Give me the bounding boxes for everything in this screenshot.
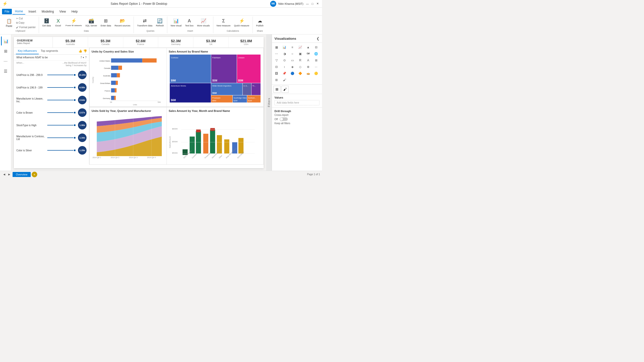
file-menu[interactable]: File	[2, 9, 12, 14]
format-painter-button[interactable]: 🖌 Format painter	[15, 25, 37, 29]
svg-text:Other: Other	[218, 154, 222, 159]
viz-kpi[interactable]: R	[297, 57, 303, 63]
add-page-button[interactable]: +	[32, 172, 37, 177]
enter-data-button[interactable]: ⊞ Enter data	[99, 17, 112, 28]
transform-data-button[interactable]: ⇄ Transform data	[136, 17, 154, 28]
svg-rect-26	[211, 55, 237, 83]
cut-button[interactable]: ✂ Cut	[15, 17, 37, 20]
viz-custom2[interactable]: ◇	[297, 64, 303, 70]
thumb-down-icon[interactable]: 👎	[83, 49, 87, 53]
sidebar-menu-icon[interactable]: ☰	[1, 67, 10, 76]
thumb-up-icon[interactable]: 👍	[78, 49, 82, 53]
viz-more[interactable]: ···	[313, 64, 319, 70]
viz-custom5[interactable]: 🔶	[297, 70, 303, 76]
viz-scatter[interactable]: ⋯	[273, 51, 279, 57]
viz-gauge[interactable]: ⊙	[281, 57, 288, 63]
report-canvas: OVERVIEW Sales Report $5.3MAustralia$5.3…	[14, 37, 264, 168]
viz-funnel[interactable]: ▽	[273, 57, 279, 63]
add-fields-input[interactable]: Add data fields here	[274, 100, 319, 105]
viz-custom6[interactable]: 🥧	[305, 70, 311, 76]
viz-table[interactable]: ⊞	[313, 57, 319, 63]
sql-server-button[interactable]: 🗃️ SQL Server	[84, 17, 98, 28]
viz-map[interactable]: 🗺	[305, 51, 311, 57]
svg-rect-29	[237, 55, 261, 83]
minimize-button[interactable]: —	[305, 2, 309, 6]
viz-slicer[interactable]: A	[305, 57, 311, 63]
prev-page-button[interactable]: ◀	[2, 172, 7, 177]
viz-area-chart[interactable]: ▲	[305, 44, 311, 50]
viz-card[interactable]: ▭	[289, 57, 295, 63]
get-data-button[interactable]: 🗄️ Get data	[41, 17, 52, 28]
key-influencers-tab[interactable]: Key influencers	[16, 48, 39, 54]
viz-filled-map[interactable]: 🌐	[313, 51, 319, 57]
filter-row: What influences NSAT to be 7 ▾ ?	[14, 55, 89, 61]
excel-button[interactable]: X Excel	[53, 17, 63, 28]
viz-line-chart[interactable]: 📈	[297, 44, 303, 50]
filters-label[interactable]: Filters	[266, 34, 272, 171]
sidebar-model-icon[interactable]: ⋯	[1, 57, 10, 66]
viz-grid-btn[interactable]: ⊞	[273, 77, 279, 83]
cross-report-toggle[interactable]	[280, 117, 288, 121]
viz-donut[interactable]: ○	[289, 51, 295, 57]
more-visuals-button[interactable]: 📈 More visuals	[196, 17, 211, 28]
next-page-button[interactable]: ▶	[7, 172, 12, 177]
new-measure-button[interactable]: Σ New measure	[215, 17, 232, 28]
power-bi-datasets-button[interactable]: ⚡ Power BI datasets	[64, 17, 83, 27]
text-box-button[interactable]: A Text box	[184, 17, 195, 28]
viz-stacked-bar[interactable]: ▦	[273, 44, 279, 50]
viz-line-bar[interactable]: 📊	[281, 44, 288, 50]
viz-treemap[interactable]: ▣	[297, 51, 303, 57]
viz-custom7[interactable]: 🟡	[313, 70, 319, 76]
svg-text:Units: Units	[133, 104, 137, 106]
window-controls[interactable]: — □ ✕	[305, 2, 319, 6]
sidebar-data-icon[interactable]: ⊞	[1, 47, 10, 56]
help-icon[interactable]: ?	[85, 56, 87, 59]
svg-rect-15	[115, 88, 116, 93]
menu-view[interactable]: View	[57, 9, 68, 14]
viz-collapse-button[interactable]: ❮	[316, 36, 319, 40]
maximize-button[interactable]: □	[310, 2, 314, 6]
page-info: Page 1 of 1	[307, 173, 320, 176]
sales-by-brand-title: Sales Amount by Brand Name	[169, 50, 261, 53]
new-measure-icon: Σ	[220, 17, 227, 24]
viz-ribbon-chart[interactable]: ⊟	[313, 44, 319, 50]
svg-text:$9M: $9M	[171, 79, 176, 82]
treemap-container: Contoso $9M Fabrikam $5M Litware $	[169, 55, 261, 103]
menu-insert[interactable]: Insert	[26, 9, 38, 14]
main-layout: 📊 ⊞ ⋯ ☰ OVERVIEW Sales Report $5.3MAustr…	[0, 34, 322, 171]
viz-matrix[interactable]: ⊟	[273, 64, 279, 70]
recent-sources-button[interactable]: 📂 Recent sources	[113, 17, 132, 28]
viz-custom3[interactable]: ⊕	[305, 64, 311, 70]
filter-label: What influences NSAT to be	[16, 56, 48, 59]
publish-button[interactable]: ☁ Publish	[255, 17, 265, 28]
sidebar-report-icon[interactable]: 📊	[1, 36, 10, 46]
quick-measure-button[interactable]: ⚡ Quick measure	[233, 17, 251, 28]
overview-tab[interactable]: Overview	[13, 172, 31, 177]
viz-pie[interactable]: ◑	[281, 51, 288, 57]
field-icon1[interactable]: ⊞	[273, 86, 280, 93]
svg-text:$5M: $5M	[212, 92, 217, 94]
likelihood-label: ...the likelihood of NSAT being 7 increa…	[56, 62, 87, 67]
values-title: Values	[274, 96, 319, 99]
viz-image[interactable]: 🖼	[273, 70, 279, 76]
top-segments-tab[interactable]: Top segments	[39, 48, 60, 54]
panel-tabs: Key influencers Top segments 👍 👎	[14, 48, 89, 55]
copy-button[interactable]: ⧉ Copy	[15, 21, 37, 25]
menu-home[interactable]: Home	[12, 9, 25, 15]
close-button[interactable]: ✕	[315, 2, 319, 6]
new-visual-button[interactable]: 📊 New visual	[169, 17, 183, 28]
field-icon2[interactable]: 🖌	[281, 86, 289, 93]
drill-title: Drill through	[274, 110, 319, 113]
viz-custom1[interactable]: ◈	[289, 64, 295, 70]
svg-text:2014 Qtr 2: 2014 Qtr 2	[111, 156, 119, 159]
paste-button[interactable]: 📋 Paste	[4, 17, 14, 28]
viz-paint-btn[interactable]: 🖌	[281, 77, 288, 83]
viz-bar-chart[interactable]: ≡	[289, 44, 295, 50]
viz-custom4[interactable]: 🔵	[289, 70, 295, 76]
viz-waterfall[interactable]: ↕	[281, 64, 288, 70]
refresh-button[interactable]: 🔄 Refresh	[155, 17, 165, 28]
chevron-down-icon[interactable]: ▾	[83, 56, 84, 59]
menu-modeling[interactable]: Modeling	[39, 9, 56, 14]
viz-pin[interactable]: 📌	[281, 70, 288, 76]
menu-help[interactable]: Help	[69, 9, 80, 14]
